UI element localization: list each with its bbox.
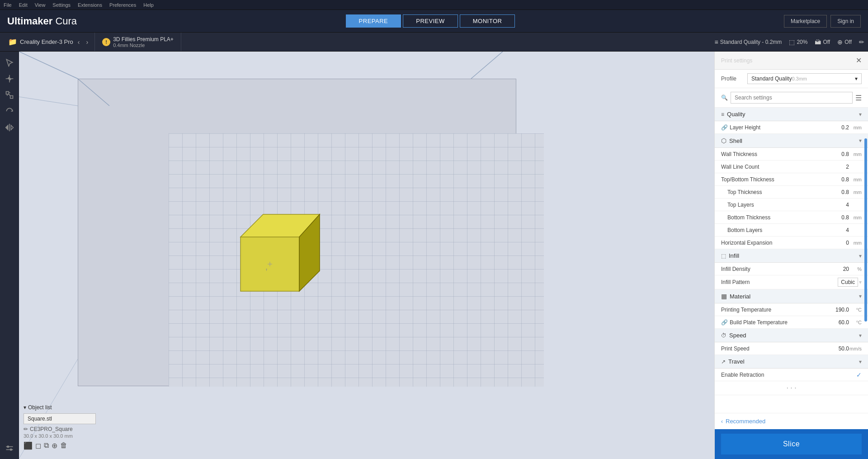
adhesion-setting[interactable]: ⊕ Off: [837, 38, 852, 46]
obj-tool-delete[interactable]: 🗑: [60, 441, 67, 450]
enable-retraction-checkbox[interactable]: ✓: [856, 371, 862, 379]
wall-thickness-value[interactable]: 0.8: [826, 151, 849, 157]
quality-setting[interactable]: ≡ Standard Quality - 0.2mm: [714, 38, 782, 46]
scrollbar-thumb[interactable]: [864, 138, 867, 322]
bottom-thickness-label: Bottom Thickness: [727, 214, 826, 221]
tool-select[interactable]: [2, 55, 17, 70]
toolbar: 📁 Creality Ender-3 Pro ‹ › ! 3D Fillies …: [0, 33, 868, 52]
setting-top-bottom-thickness: Top/Bottom Thickness 0.8 mm: [715, 173, 868, 186]
tab-prepare[interactable]: PREPARE: [346, 14, 401, 28]
app-title: Ultimaker Cura: [7, 15, 77, 27]
top-layers-value[interactable]: 4: [826, 202, 849, 208]
tool-scale[interactable]: [2, 88, 17, 102]
svg-point-9: [10, 449, 11, 450]
marketplace-button[interactable]: Marketplace: [784, 15, 827, 28]
horizontal-expansion-label: Horizontal Expansion: [721, 240, 826, 246]
viewport[interactable]: ↑ ▾ Object list Square.stl ✏ CE3PRO_Squa…: [19, 52, 714, 459]
top-bottom-thickness-label: Top/Bottom Thickness: [721, 176, 826, 183]
infill-pattern-value[interactable]: Cubic: [838, 278, 858, 287]
section-material[interactable]: ▦ Material ▾: [715, 289, 868, 303]
link-icon-2[interactable]: 🔗: [721, 319, 728, 326]
tool-mirror[interactable]: [2, 120, 17, 135]
tab-preview[interactable]: PREVIEW: [403, 14, 458, 28]
infill-pattern-chevron: ▾: [859, 279, 862, 285]
travel-section-title: Travel: [728, 358, 859, 365]
infill-setting[interactable]: ⬚ 20%: [789, 38, 807, 46]
close-panel-button[interactable]: ✕: [856, 56, 862, 65]
edit-icon[interactable]: ✏: [859, 38, 864, 46]
printer-prev-button[interactable]: ‹: [76, 38, 82, 46]
search-settings-input[interactable]: [731, 92, 853, 104]
top-bottom-thickness-value[interactable]: 0.8: [826, 176, 849, 183]
menu-extensions[interactable]: Extensions: [78, 2, 102, 8]
setting-horizontal-expansion: Horizontal Expansion 0 mm: [715, 237, 868, 249]
menu-view[interactable]: View: [35, 2, 46, 8]
recommended-footer[interactable]: ‹ Recommended: [715, 413, 868, 429]
quality-section-title: Quality: [727, 111, 859, 118]
folder-icon: 📁: [8, 38, 17, 46]
wall-line-count-value[interactable]: 2: [826, 164, 849, 170]
setting-wall-thickness: Wall Thickness 0.8 mm: [715, 148, 868, 161]
setting-bottom-layers: Bottom Layers 4: [715, 224, 868, 237]
horizontal-expansion-value[interactable]: 0: [826, 240, 849, 246]
signin-button[interactable]: Sign in: [830, 15, 861, 28]
object-list-toggle[interactable]: ▾ Object list: [24, 404, 96, 411]
main-area: ↑ ▾ Object list Square.stl ✏ CE3PRO_Squa…: [0, 52, 868, 459]
obj-tool-clone[interactable]: ⊕: [52, 441, 57, 450]
bottom-thickness-value[interactable]: 0.8: [826, 214, 849, 221]
slice-bar: Slice: [715, 429, 868, 459]
slice-button[interactable]: Slice: [721, 434, 862, 454]
material-section: ! 3D Fillies Premium PLA+ 0.4mm Nozzle: [95, 33, 181, 51]
adhesion-icon: ⊕: [837, 38, 843, 46]
obj-tool-copy[interactable]: ⧉: [44, 441, 49, 450]
settings-menu-icon[interactable]: ☰: [855, 94, 862, 102]
menu-preferences[interactable]: Preferences: [109, 2, 136, 8]
link-icon[interactable]: 🔗: [721, 124, 728, 131]
obj-tool-cube[interactable]: ⬛: [24, 441, 33, 450]
setting-top-layers: Top Layers 4: [715, 199, 868, 211]
menu-edit[interactable]: Edit: [19, 2, 28, 8]
top-thickness-value[interactable]: 0.8: [826, 189, 849, 195]
setting-top-thickness: Top Thickness 0.8 mm: [715, 186, 868, 199]
tool-settings[interactable]: [2, 441, 17, 455]
layers-icon: ≡: [714, 38, 718, 46]
printing-temp-value[interactable]: 190.0: [826, 307, 849, 313]
obj-tool-plane[interactable]: ◻: [35, 441, 41, 450]
section-quality[interactable]: ≡ Quality ▾: [715, 108, 868, 121]
svg-marker-15: [241, 237, 299, 291]
menu-file[interactable]: File: [4, 2, 12, 8]
3d-cube[interactable]: ↑: [231, 201, 322, 300]
layer-height-label: Layer Height: [730, 124, 826, 131]
svg-marker-5: [11, 125, 13, 130]
tool-move[interactable]: [2, 71, 17, 86]
support-setting[interactable]: 🏔 Off: [815, 38, 830, 46]
build-plate-inner: [169, 133, 544, 387]
perspective-svg: [19, 52, 714, 459]
svg-line-12: [78, 79, 109, 106]
material-chevron: ▾: [859, 293, 862, 299]
bottom-layers-value[interactable]: 4: [826, 227, 849, 233]
tab-monitor[interactable]: MONITOR: [460, 14, 515, 28]
tool-rotate[interactable]: [2, 104, 17, 118]
menu-help[interactable]: Help: [143, 2, 154, 8]
object-dimensions: 30.0 x 30.0 x 30.0 mm: [24, 433, 96, 439]
print-speed-value[interactable]: 50.0: [826, 345, 849, 352]
menu-settings[interactable]: Settings: [52, 2, 71, 8]
shell-chevron: ▾: [859, 137, 862, 144]
horizontal-expansion-unit: mm: [849, 240, 862, 246]
quality-label: Standard Quality - 0.2mm: [720, 39, 782, 45]
setting-print-speed: Print Speed 50.0 mm/s: [715, 342, 868, 355]
material-section-title: Material: [730, 293, 859, 300]
infill-density-value[interactable]: 20: [826, 266, 849, 272]
infill-pattern-dropdown[interactable]: Cubic ▾: [838, 278, 862, 287]
printer-section: 📁 Creality Ender-3 Pro ‹ ›: [4, 33, 95, 51]
layer-height-value[interactable]: 0.2: [826, 124, 849, 131]
printer-next-button[interactable]: ›: [84, 38, 90, 46]
section-speed[interactable]: ⏱ Speed ▾: [715, 329, 868, 342]
section-travel[interactable]: ↗ Travel ▾: [715, 355, 868, 369]
profile-select[interactable]: Standard Quality 0.3mm ▾: [747, 73, 862, 84]
section-shell[interactable]: ⬡ Shell ▾: [715, 134, 868, 148]
build-plate-temp-value[interactable]: 60.0: [826, 319, 849, 326]
section-infill[interactable]: ⬚ Infill ▾: [715, 249, 868, 263]
top-thickness-unit: mm: [849, 189, 862, 195]
